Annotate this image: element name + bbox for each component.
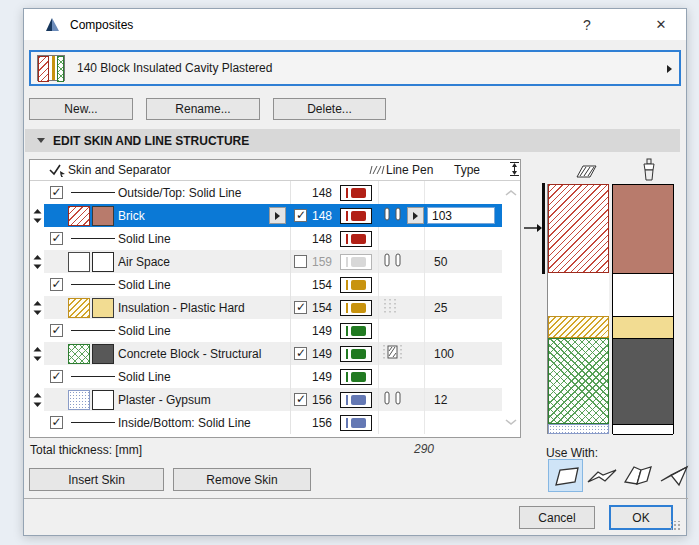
table-row-solid-line[interactable]: Solid Line154 — [30, 273, 502, 296]
cut-fill-swatch[interactable] — [68, 344, 90, 364]
surface-swatch[interactable] — [92, 298, 114, 318]
reorder-handle-icon[interactable] — [30, 250, 44, 273]
cut-fill-swatch[interactable] — [68, 206, 90, 226]
thickness-cell — [424, 227, 502, 250]
reorder-handle-icon[interactable] — [30, 204, 44, 227]
skin-pen-checkbox[interactable] — [294, 347, 307, 360]
line-pen-swatch-cell — [340, 346, 378, 362]
edit-skin-section-header[interactable]: EDIT SKIN AND LINE STRUCTURE — [25, 129, 680, 152]
line-pen-swatch[interactable] — [340, 392, 372, 408]
line-pen-swatch[interactable] — [340, 346, 372, 362]
table-row-insulation-plastic-hard[interactable]: Insulation - Plastic Hard15425 — [30, 296, 502, 319]
composite-picker[interactable]: 140 Block Insulated Cavity Plastered — [29, 50, 681, 86]
insert-skin-button[interactable]: Insert Skin — [29, 468, 164, 491]
skin-type-core-icon[interactable] — [381, 344, 407, 363]
table-row-brick[interactable]: Brick148103 — [30, 204, 502, 227]
use-with-roof-icon[interactable] — [620, 459, 655, 492]
reorder-handle-icon[interactable] — [30, 342, 44, 365]
skin-type-bars-icon[interactable] — [381, 252, 407, 271]
thickness-icon — [500, 161, 520, 180]
line-visibility-checkbox[interactable] — [50, 324, 63, 337]
ok-button[interactable]: OK — [609, 505, 673, 530]
table-row-plaster-gypsum[interactable]: Plaster - Gypsum15612 — [30, 388, 502, 411]
surface-swatch[interactable] — [92, 252, 114, 272]
reorder-handle-icon[interactable] — [30, 296, 44, 319]
line-pen-swatch[interactable] — [340, 323, 372, 339]
line-pen-swatch[interactable] — [340, 369, 372, 385]
reorder-handle-icon[interactable] — [30, 388, 44, 411]
skin-swatches — [68, 344, 118, 364]
line-pen-swatch[interactable] — [340, 231, 372, 247]
skin-type-bars-icon[interactable] — [381, 390, 407, 409]
cut-fill-swatch[interactable] — [68, 298, 90, 318]
resize-grip[interactable] — [671, 521, 681, 531]
surface-swatch[interactable] — [92, 206, 114, 226]
cancel-button[interactable]: Cancel — [519, 506, 595, 529]
line-pen-swatch[interactable] — [340, 277, 372, 293]
table-row-inside-bottom-solid-line[interactable]: Inside/Bottom: Solid Line156 — [30, 411, 502, 434]
thickness-input[interactable]: 103 — [427, 207, 495, 224]
scroll-down-icon[interactable] — [504, 415, 518, 429]
use-with-shell-icon[interactable] — [656, 459, 691, 492]
row-indent — [30, 181, 44, 204]
separator-line-sample — [68, 284, 118, 285]
line-visibility-checkbox[interactable] — [50, 370, 63, 383]
row-name: Outside/Top: Solid Line — [118, 186, 290, 200]
table-row-concrete-block-structural[interactable]: Concrete Block - Structural149100 — [30, 342, 502, 365]
preview-surface-air-space — [613, 274, 673, 317]
table-row-solid-line[interactable]: Solid Line148 — [30, 227, 502, 250]
row-name: Concrete Block - Structural — [118, 347, 290, 361]
line-pen-number: 159 — [310, 255, 340, 269]
use-with-wall-icon[interactable] — [548, 459, 583, 492]
skin-pen-checkbox[interactable] — [294, 301, 307, 314]
help-button[interactable]: ? — [566, 9, 608, 40]
line-visibility-checkbox[interactable] — [50, 416, 63, 429]
thickness-cell: 100 — [424, 342, 502, 365]
line-pen-swatch[interactable] — [340, 254, 372, 270]
pen-check-cell — [290, 411, 310, 434]
skin-type-arrow-button[interactable] — [407, 207, 424, 224]
skin-material-arrow-button[interactable] — [269, 207, 286, 224]
row-indent — [30, 227, 44, 250]
line-visibility-checkbox[interactable] — [50, 278, 63, 291]
row-name: Solid Line — [118, 232, 290, 246]
thickness-cell: 12 — [424, 388, 502, 411]
cut-fill-swatch[interactable] — [68, 390, 90, 410]
new-button[interactable]: New... — [29, 98, 133, 120]
skin-pen-checkbox[interactable] — [294, 255, 307, 268]
line-visibility-checkbox[interactable] — [50, 232, 63, 245]
line-pen-swatch[interactable] — [340, 415, 372, 431]
separator-line-sample — [68, 330, 118, 331]
line-pen-swatch[interactable] — [340, 208, 372, 224]
footer-divider — [24, 498, 688, 499]
scroll-up-icon[interactable] — [504, 186, 518, 200]
pen-check-cell — [290, 319, 310, 342]
surface-swatch[interactable] — [92, 390, 114, 410]
close-icon[interactable]: ✕ — [640, 9, 682, 40]
surface-swatch[interactable] — [92, 344, 114, 364]
delete-button[interactable]: Delete... — [273, 98, 386, 120]
line-pen-swatch[interactable] — [340, 185, 372, 201]
cut-fill-swatch[interactable] — [68, 252, 90, 272]
picker-arrow-icon[interactable] — [667, 65, 672, 73]
remove-skin-button[interactable]: Remove Skin — [173, 468, 311, 491]
skin-pen-checkbox[interactable] — [294, 209, 307, 222]
table-row-air-space[interactable]: Air Space15950 — [30, 250, 502, 273]
table-row-outside-top-solid-line[interactable]: Outside/Top: Solid Line148 — [30, 181, 502, 204]
header-line-pen: Line Pen — [386, 163, 454, 177]
thickness-value: 25 — [425, 301, 447, 315]
skin-type-dots-icon[interactable] — [381, 298, 401, 317]
row-name: Brick — [118, 207, 290, 224]
table-row-solid-line[interactable]: Solid Line149 — [30, 319, 502, 342]
skin-pen-checkbox[interactable] — [294, 393, 307, 406]
use-with-slab-icon[interactable] — [584, 459, 619, 492]
table-row-solid-line[interactable]: Solid Line149 — [30, 365, 502, 388]
skin-type-bars-icon[interactable] — [381, 206, 407, 225]
rename-button[interactable]: Rename... — [146, 98, 260, 120]
pen-check-cell — [290, 273, 310, 296]
line-visibility-checkbox[interactable] — [50, 186, 63, 199]
line-pen-number: 148 — [310, 186, 340, 200]
separator-line-sample — [68, 192, 118, 193]
skin-type-cell — [378, 273, 424, 296]
line-pen-swatch[interactable] — [340, 300, 372, 316]
